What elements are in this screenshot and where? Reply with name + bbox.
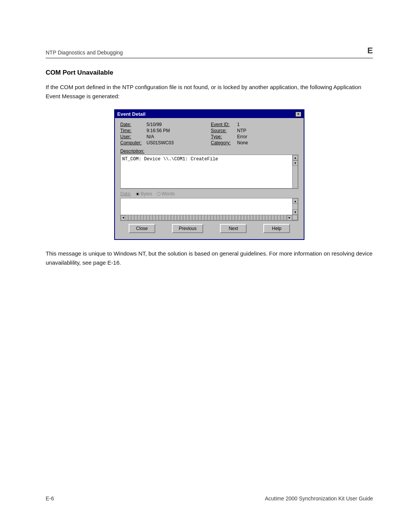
bytes-radio-button[interactable] [136, 192, 140, 196]
h-scroll-right-arrow[interactable]: ► [287, 215, 292, 220]
dialog-fields: Date: 5/10/99 Time: 9:16:56 PM User: N/A [120, 122, 298, 145]
date-row: Date: 5/10/99 [120, 122, 208, 127]
data-vertical-scrollbar[interactable]: ▲ ▼ [292, 198, 298, 215]
header-appendix-letter: E [367, 46, 373, 56]
dialog-titlebar: Event Detail × [115, 110, 304, 118]
data-horizontal-scrollbar[interactable]: ◄ ► [121, 215, 292, 220]
category-row: Category: None [211, 140, 298, 145]
time-value: 9:16:56 PM [147, 128, 170, 133]
computer-row: Computer: US01SWC03 [120, 140, 208, 145]
type-value: Error [237, 134, 247, 139]
data-options-row: Data: Bytes Words [120, 191, 298, 197]
words-label: Words [162, 191, 175, 197]
scrollbar-down-arrow[interactable]: ▼ [293, 160, 298, 166]
next-button[interactable]: Next [220, 224, 247, 233]
source-value: NTP [237, 128, 246, 133]
previous-button[interactable]: Previous [172, 224, 204, 233]
user-label: User: [120, 134, 145, 139]
dialog-close-icon[interactable]: × [295, 112, 301, 117]
date-label: Date: [120, 122, 145, 127]
source-row: Source: NTP [211, 128, 298, 133]
type-label: Type: [211, 134, 236, 139]
footer-book-title: Acutime 2000 Synchronization Kit User Gu… [265, 495, 373, 502]
fields-right: Event ID: 1 Source: NTP Type: Error Ca [211, 122, 298, 145]
computer-label: Computer: [120, 140, 145, 145]
time-row: Time: 9:16:56 PM [120, 128, 208, 133]
description-scrollbar[interactable]: ▲ ▼ [292, 155, 298, 188]
scrollbar-corner [292, 215, 298, 220]
h-scroll-track [126, 215, 287, 220]
eventid-label: Event ID: [211, 122, 236, 127]
help-button[interactable]: Help [263, 224, 290, 233]
header-section-title: NTP Diagnostics and Debugging [46, 50, 123, 56]
description-label: Description: [120, 149, 298, 154]
words-radio-option[interactable]: Words [157, 191, 175, 197]
eventid-row: Event ID: 1 [211, 122, 298, 127]
description-content: NT_COM: Device \\.\COM1: CreateFile [122, 157, 218, 162]
dialog-body: Date: 5/10/99 Time: 9:16:56 PM User: N/A [115, 118, 304, 239]
intro-paragraph: If the COM port defined in the NTP confi… [46, 83, 373, 101]
category-label: Category: [211, 140, 236, 145]
scrollbar-up-arrow[interactable]: ▲ [293, 155, 298, 160]
source-label: Source: [211, 128, 236, 133]
h-scroll-left-arrow[interactable]: ◄ [121, 215, 126, 220]
close-button[interactable]: Close [129, 224, 155, 233]
dialog-title: Event Detail [117, 111, 145, 117]
bytes-label: Bytes [141, 191, 152, 197]
dialog-wrapper: Event Detail × Date: 5/10/99 Time: [46, 109, 373, 240]
event-detail-dialog: Event Detail × Date: 5/10/99 Time: [114, 109, 304, 240]
footer-page-number: E-6 [46, 495, 54, 502]
section-heading: COM Port Unavailable [46, 69, 373, 77]
words-radio-button[interactable] [157, 192, 161, 196]
eventid-value: 1 [237, 122, 240, 127]
user-row: User: N/A [120, 134, 208, 139]
bytes-radio-option[interactable]: Bytes [136, 191, 152, 197]
page-header: NTP Diagnostics and Debugging E [46, 46, 373, 58]
fields-left: Date: 5/10/99 Time: 9:16:56 PM User: N/A [120, 122, 208, 145]
data-scrollbar-down[interactable]: ▼ [293, 209, 298, 215]
data-label: Data: [120, 191, 131, 197]
data-textarea[interactable]: ▲ ▼ ◄ ► [120, 198, 298, 221]
follow-paragraph: This message is unique to Windows NT, bu… [46, 249, 373, 267]
dialog-buttons: Close Previous Next Help [120, 221, 298, 235]
user-value: N/A [147, 134, 154, 139]
computer-value: US01SWC03 [147, 140, 174, 145]
date-value: 5/10/99 [147, 122, 162, 127]
category-value: None [237, 140, 248, 145]
page-footer: E-6 Acutime 2000 Synchronization Kit Use… [46, 495, 373, 502]
type-row: Type: Error [211, 134, 298, 139]
time-label: Time: [120, 128, 145, 133]
description-textbox[interactable]: NT_COM: Device \\.\COM1: CreateFile ▲ ▼ [120, 155, 298, 189]
data-scrollbar-up[interactable]: ▲ [293, 198, 298, 204]
